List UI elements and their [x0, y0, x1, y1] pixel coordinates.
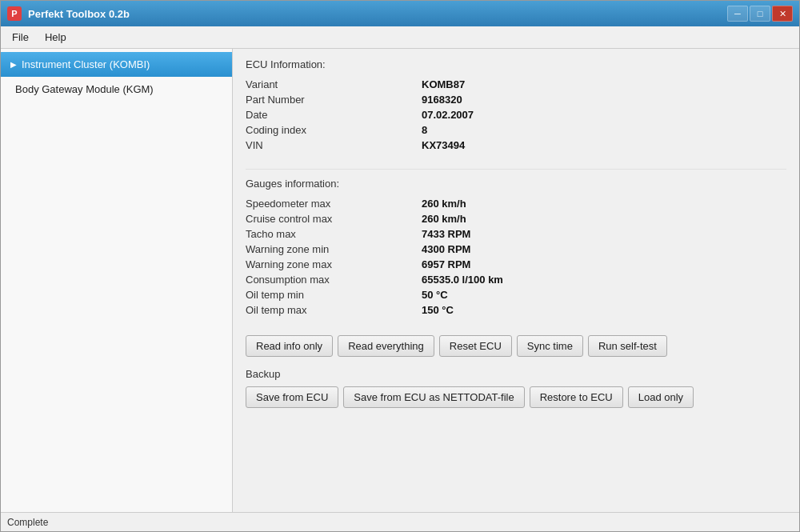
gauges-info-table: Speedometer max 260 km/h Cruise control …	[246, 196, 786, 318]
menu-help[interactable]: Help	[37, 28, 74, 46]
ecu-label-vin: VIN	[246, 139, 422, 151]
app-icon: P	[7, 6, 22, 21]
read-info-only-button[interactable]: Read info only	[246, 335, 333, 357]
menu-bar: File Help	[1, 26, 799, 49]
ecu-value-variant: KOMB87	[422, 78, 465, 90]
gauge-row-oil-min: Oil temp min 50 °C	[246, 287, 786, 302]
status-text: Complete	[7, 517, 48, 528]
save-from-ecu-nettodat-button[interactable]: Save from ECU as NETTODAT-file	[343, 386, 524, 408]
backup-section: Backup Save from ECU Save from ECU as NE…	[246, 368, 786, 414]
load-only-button[interactable]: Load only	[628, 386, 694, 408]
sidebar-item-instrument-cluster[interactable]: ▶ Instrument Cluster (KOMBI)	[1, 52, 232, 77]
window-title: Perfekt Toolbox 0.2b	[28, 8, 721, 20]
action-buttons: Read info only Read everything Reset ECU…	[246, 335, 786, 357]
gauge-label-oil-max: Oil temp max	[246, 304, 422, 316]
gauge-label-cruise: Cruise control max	[246, 213, 422, 225]
ecu-row-vin: VIN KX73494	[246, 138, 786, 153]
divider-1	[246, 169, 786, 170]
gauge-value-warning-max: 6957 RPM	[422, 258, 470, 270]
minimize-button[interactable]: ─	[727, 6, 748, 22]
gauge-value-cruise: 260 km/h	[422, 213, 466, 225]
gauge-label-warning-max: Warning zone max	[246, 258, 422, 270]
content-area: ▶ Instrument Cluster (KOMBI) Body Gatewa…	[1, 49, 799, 512]
ecu-label-variant: Variant	[246, 78, 422, 90]
gauge-row-oil-max: Oil temp max 150 °C	[246, 302, 786, 318]
gauge-row-cruise: Cruise control max 260 km/h	[246, 211, 786, 226]
ecu-value-coding: 8	[422, 124, 427, 136]
run-self-test-button[interactable]: Run self-test	[588, 335, 667, 357]
gauge-value-speedometer: 260 km/h	[422, 198, 466, 210]
gauge-label-warning-min: Warning zone min	[246, 243, 422, 255]
maximize-button[interactable]: □	[750, 6, 770, 22]
gauge-value-warning-min: 4300 RPM	[422, 243, 470, 255]
ecu-section-title: ECU Information:	[246, 58, 786, 70]
gauge-value-oil-max: 150 °C	[422, 304, 454, 316]
gauge-value-oil-min: 50 °C	[422, 289, 448, 301]
ecu-row-date: Date 07.02.2007	[246, 107, 786, 122]
sidebar-item-body-gateway[interactable]: Body Gateway Module (KGM)	[1, 77, 232, 102]
backup-label: Backup	[246, 368, 786, 380]
menu-file[interactable]: File	[4, 28, 37, 46]
ecu-label-part: Part Number	[246, 94, 422, 106]
status-bar: Complete	[1, 512, 799, 531]
ecu-info-table: Variant KOMB87 Part Number 9168320 Date …	[246, 77, 786, 153]
sidebar: ▶ Instrument Cluster (KOMBI) Body Gatewa…	[1, 49, 233, 512]
ecu-label-coding: Coding index	[246, 124, 422, 136]
gauge-row-warning-max: Warning zone max 6957 RPM	[246, 257, 786, 272]
reset-ecu-button[interactable]: Reset ECU	[439, 335, 512, 357]
ecu-value-date: 07.02.2007	[422, 109, 474, 121]
ecu-row-part: Part Number 9168320	[246, 92, 786, 107]
ecu-value-vin: KX73494	[422, 139, 465, 151]
sync-time-button[interactable]: Sync time	[517, 335, 583, 357]
title-bar: P Perfekt Toolbox 0.2b ─ □ ✕	[1, 1, 799, 26]
gauge-value-tacho: 7433 RPM	[422, 228, 470, 240]
gauge-row-warning-min: Warning zone min 4300 RPM	[246, 242, 786, 257]
window-controls: ─ □ ✕	[727, 6, 793, 22]
main-window: P Perfekt Toolbox 0.2b ─ □ ✕ File Help ▶…	[0, 0, 800, 532]
sidebar-arrow-icon: ▶	[10, 60, 17, 69]
save-from-ecu-button[interactable]: Save from ECU	[246, 386, 338, 408]
read-everything-button[interactable]: Read everything	[338, 335, 434, 357]
close-button[interactable]: ✕	[772, 6, 793, 22]
gauge-label-oil-min: Oil temp min	[246, 289, 422, 301]
ecu-row-variant: Variant KOMB87	[246, 77, 786, 92]
gauge-label-speedometer: Speedometer max	[246, 198, 422, 210]
ecu-value-part: 9168320	[422, 94, 462, 106]
main-panel: ECU Information: Variant KOMB87 Part Num…	[233, 49, 799, 512]
sidebar-item-label-body: Body Gateway Module (KGM)	[15, 83, 154, 95]
gauge-row-speedometer: Speedometer max 260 km/h	[246, 196, 786, 211]
gauge-value-consumption: 65535.0 l/100 km	[422, 274, 503, 286]
backup-buttons: Save from ECU Save from ECU as NETTODAT-…	[246, 386, 786, 408]
gauge-row-consumption: Consumption max 65535.0 l/100 km	[246, 272, 786, 287]
ecu-row-coding: Coding index 8	[246, 122, 786, 138]
gauge-row-tacho: Tacho max 7433 RPM	[246, 226, 786, 242]
gauge-label-tacho: Tacho max	[246, 228, 422, 240]
sidebar-item-label-instrument: Instrument Cluster (KOMBI)	[22, 58, 150, 70]
restore-to-ecu-button[interactable]: Restore to ECU	[530, 386, 623, 408]
gauges-section-title: Gauges information:	[246, 178, 786, 190]
gauge-label-consumption: Consumption max	[246, 274, 422, 286]
ecu-label-date: Date	[246, 109, 422, 121]
